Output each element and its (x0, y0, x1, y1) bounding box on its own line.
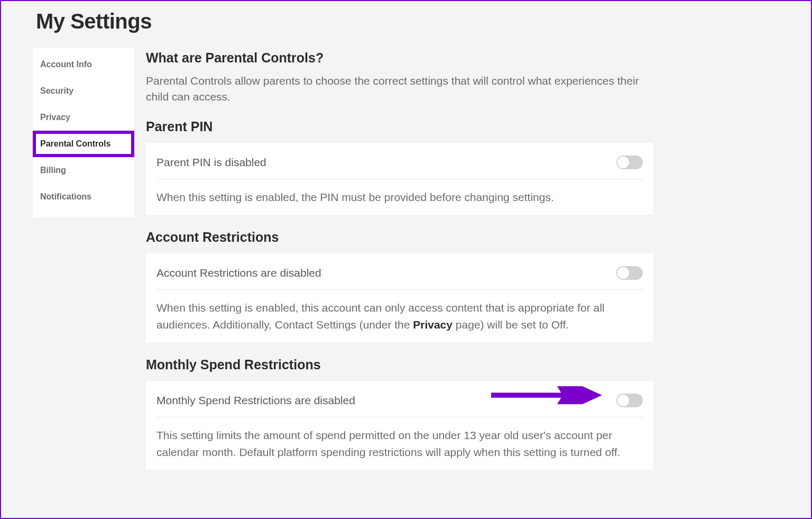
monthly-spend-heading: Monthly Spend Restrictions (146, 357, 653, 372)
intro-body: Parental Controls allow parents to choos… (146, 73, 653, 105)
monthly-spend-toggle[interactable] (616, 394, 643, 407)
toggle-knob-icon (617, 267, 629, 279)
monthly-spend-status-label: Monthly Spend Restrictions are disabled (156, 394, 355, 407)
sidebar-item-notifications[interactable]: Notifications (33, 184, 134, 210)
monthly-spend-card: Monthly Spend Restrictions are disabled … (146, 381, 653, 470)
sidebar-item-account-info[interactable]: Account Info (33, 51, 134, 78)
account-restrictions-toggle[interactable] (616, 266, 643, 280)
account-restrictions-status-label: Account Restrictions are disabled (156, 267, 321, 279)
parent-pin-heading: Parent PIN (146, 119, 653, 134)
toggle-knob-icon (617, 157, 629, 168)
settings-main: What are Parental Controls? Parental Con… (146, 48, 653, 485)
settings-sidebar: Account Info Security Privacy Parental C… (33, 48, 134, 217)
intro-heading: What are Parental Controls? (146, 50, 653, 66)
parent-pin-toggle[interactable] (616, 156, 643, 169)
account-restrictions-heading: Account Restrictions (146, 230, 653, 245)
parent-pin-status-label: Parent PIN is disabled (156, 156, 266, 169)
sidebar-item-billing[interactable]: Billing (33, 157, 134, 184)
account-restrictions-card: Account Restrictions are disabled When t… (146, 253, 653, 342)
monthly-spend-desc: This setting limits the amount of spend … (156, 417, 643, 460)
sidebar-item-privacy[interactable]: Privacy (33, 104, 134, 131)
account-restrictions-desc: When this setting is enabled, this accou… (156, 290, 643, 333)
parent-pin-card: Parent PIN is disabled When this setting… (146, 143, 653, 215)
sidebar-item-parental-controls[interactable]: Parental Controls (33, 131, 134, 157)
toggle-knob-icon (617, 395, 629, 406)
sidebar-item-security[interactable]: Security (33, 78, 134, 104)
parent-pin-desc: When this setting is enabled, the PIN mu… (156, 179, 643, 206)
page-title: My Settings (36, 10, 779, 33)
